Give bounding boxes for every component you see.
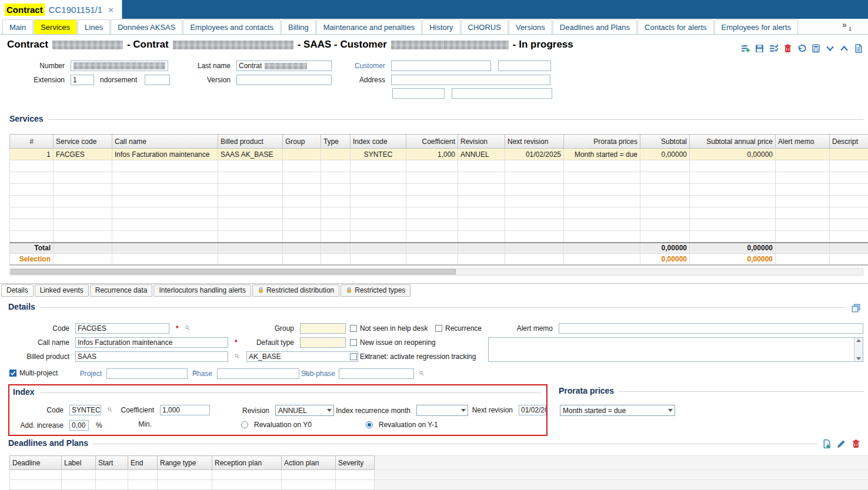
subtab-interlocutors-handling-alerts[interactable]: Interlocutors handling alerts (153, 284, 251, 297)
table-row[interactable] (10, 207, 868, 219)
document-icon[interactable] (853, 43, 863, 53)
delete-icon[interactable] (851, 439, 861, 449)
column-header[interactable]: Descript (830, 135, 868, 149)
checkbox-multi-project[interactable]: Multi-project (9, 369, 58, 377)
index-code-input[interactable]: SYNTEC (69, 405, 101, 415)
tab-main[interactable]: Main (2, 19, 33, 34)
add-row-icon[interactable] (740, 43, 750, 53)
next-revision-input[interactable]: 01/02/2025 (519, 405, 546, 415)
subtab-linked-events[interactable]: Linked events (35, 284, 89, 297)
tab-employees-for-alerts[interactable]: Employees for alerts (715, 19, 799, 34)
duplicate-icon[interactable] (851, 303, 861, 313)
prorata-prices-select[interactable]: Month started = due (560, 405, 675, 416)
undo-icon[interactable] (797, 43, 807, 53)
subtab-recurrence-data[interactable]: Recurrence data (90, 284, 153, 297)
address-zip-input[interactable] (392, 88, 445, 99)
number-input[interactable] (71, 61, 168, 71)
default-type-input[interactable] (300, 337, 346, 348)
scrollbar-thumb[interactable] (11, 269, 456, 274)
table-row[interactable] (10, 480, 868, 490)
arrow-up-icon[interactable] (856, 339, 861, 342)
column-header[interactable]: Call name (112, 135, 218, 149)
alert-memo-input[interactable] (559, 323, 863, 334)
radio-revaluation-y1[interactable]: Revaluation on Y-1 (366, 421, 438, 429)
table-row[interactable] (10, 160, 868, 172)
tab-donnees-aksas[interactable]: Données AKSAS (111, 19, 182, 34)
textarea-scrollbar[interactable] (854, 338, 863, 361)
tab-services[interactable]: Services (34, 19, 77, 34)
column-header[interactable]: Subtotal annual price (690, 135, 776, 149)
column-header[interactable]: Start (96, 456, 128, 470)
table-row[interactable] (10, 470, 868, 480)
tab-lines[interactable]: Lines (78, 19, 110, 34)
edit-icon[interactable] (836, 439, 846, 449)
tab-overflow-button[interactable]: » 1 (842, 20, 857, 33)
chevron-up-icon[interactable] (839, 43, 849, 53)
project-input[interactable] (106, 368, 188, 379)
column-header[interactable]: Action plan (282, 456, 336, 470)
column-header[interactable]: Range type (158, 456, 212, 470)
add-increase-input[interactable]: 0,00 (69, 420, 89, 431)
column-header[interactable]: Prorata prices (564, 135, 640, 149)
revision-select[interactable]: ANNUEL (275, 405, 334, 416)
column-header[interactable]: End (128, 456, 158, 470)
window-tab[interactable]: Contract CC1901151/1 × (0, 0, 122, 19)
checkbox-new-issue-on-reopening[interactable]: New issue on reopening (350, 338, 436, 347)
tab-versions[interactable]: Versions (509, 19, 552, 34)
extension-input[interactable]: 1 (71, 75, 94, 85)
radio-revaluation-y0[interactable]: Revaluation on Y0 (241, 421, 312, 429)
billed-product-input[interactable]: SAAS (75, 351, 228, 362)
subphase-input[interactable] (339, 368, 414, 379)
endorsement-input[interactable] (145, 75, 170, 85)
arrow-down-icon[interactable] (856, 357, 861, 360)
alert-memo-textarea[interactable] (488, 337, 863, 362)
column-header[interactable]: Deadline (10, 456, 62, 470)
table-row[interactable] (10, 219, 868, 231)
lookup-icon[interactable] (185, 325, 190, 331)
chevron-down-icon[interactable] (825, 43, 835, 53)
table-row[interactable] (10, 184, 868, 196)
column-header[interactable]: Group (283, 135, 321, 149)
table-row[interactable] (10, 172, 868, 184)
horizontal-scrollbar[interactable] (9, 268, 863, 276)
checkbox-extranet-regression-tracking[interactable]: Extranet: activate regression tracking (350, 353, 476, 361)
column-header[interactable]: Type (321, 135, 350, 149)
lookup-icon[interactable] (419, 371, 424, 377)
column-header[interactable]: Subtotal (640, 135, 690, 149)
column-header[interactable]: Next revision (505, 135, 564, 149)
customer-input[interactable] (391, 61, 491, 71)
version-input[interactable] (236, 75, 332, 85)
calculator-icon[interactable] (811, 43, 821, 53)
column-header[interactable]: Service code (54, 135, 112, 149)
column-header[interactable]: Label (62, 456, 96, 470)
address-input[interactable] (391, 75, 550, 85)
phase-input[interactable] (217, 368, 299, 379)
billed-product-code-input[interactable]: AK_BASE (246, 351, 358, 362)
column-header[interactable]: Revision (458, 135, 505, 149)
tab-history[interactable]: History (422, 19, 460, 34)
table-row[interactable] (10, 196, 868, 207)
tab-deadlines-and-plans[interactable]: Deadlines and Plans (553, 19, 637, 34)
index-recurrence-month-select[interactable] (416, 405, 468, 416)
subtab-details[interactable]: Details (1, 284, 34, 297)
tab-billing[interactable]: Billing (281, 19, 316, 34)
column-header[interactable]: Index code (350, 135, 406, 149)
checkbox-not-seen-in-help-desk[interactable]: Not seen in help desk (350, 324, 428, 333)
subtab-restricted-distribution[interactable]: Restricted distribution (252, 284, 339, 297)
call-name-input[interactable]: Infos Facturation maintenance (75, 337, 228, 348)
last-name-input[interactable]: Contrat (236, 61, 332, 71)
close-icon[interactable]: × (108, 5, 113, 15)
column-header[interactable]: Billed product (218, 135, 283, 149)
tab-chorus[interactable]: CHORUS (461, 19, 508, 34)
checkbox-recurrence[interactable]: Recurrence (435, 324, 482, 333)
table-row-selected[interactable]: 1 FACGES Infos Facturation maintenance S… (10, 149, 868, 160)
address-city-input[interactable] (452, 88, 552, 99)
code-input[interactable]: FACGES (75, 323, 169, 334)
table-row[interactable] (10, 231, 868, 243)
tab-maintenance-and-penalties[interactable]: Maintenance and penalties (316, 19, 422, 34)
save-icon[interactable] (755, 43, 764, 53)
coefficient-input[interactable]: 1,000 (160, 405, 210, 415)
subtab-restricted-types[interactable]: Restricted types (340, 284, 410, 297)
column-header[interactable]: Reception plan (212, 456, 282, 470)
list-check-icon[interactable] (769, 43, 779, 53)
